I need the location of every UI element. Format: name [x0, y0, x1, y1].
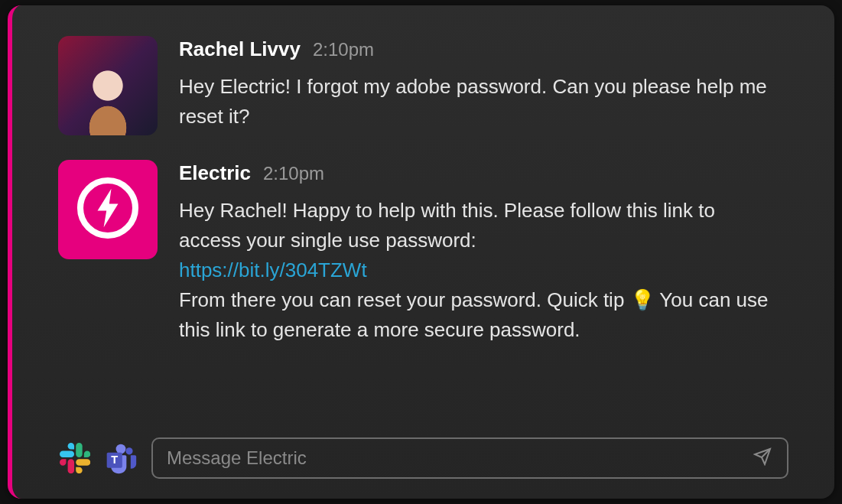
- message-input[interactable]: [167, 447, 743, 469]
- message-text: From there you can reset your password. …: [179, 288, 630, 311]
- message-text: Hey Rachel! Happy to help with this. Ple…: [179, 199, 715, 252]
- composer-row: T: [58, 437, 788, 483]
- user-avatar[interactable]: [58, 36, 158, 135]
- bot-avatar[interactable]: [58, 160, 158, 259]
- message-header: Electric 2:10pm: [179, 161, 788, 185]
- password-reset-link[interactable]: https://bit.ly/304TZWt: [179, 259, 367, 281]
- slack-icon[interactable]: [58, 441, 92, 475]
- message-timestamp: 2:10pm: [313, 39, 374, 60]
- send-button[interactable]: [752, 447, 773, 469]
- chat-window: Rachel Livvy 2:10pm Hey Electric! I forg…: [8, 5, 834, 499]
- message-body: Hey Rachel! Happy to help with this. Ple…: [179, 196, 775, 345]
- message-timestamp: 2:10pm: [263, 163, 324, 184]
- sender-name[interactable]: Electric: [179, 161, 251, 185]
- svg-point-1: [125, 447, 132, 454]
- teams-icon[interactable]: T: [104, 441, 138, 475]
- lightbulb-icon: 💡: [630, 285, 655, 315]
- message-header: Rachel Livvy 2:10pm: [179, 37, 788, 61]
- messages-list: Rachel Livvy 2:10pm Hey Electric! I forg…: [58, 36, 788, 437]
- message-composer[interactable]: [151, 437, 788, 479]
- svg-point-2: [116, 444, 126, 454]
- message-content: Electric 2:10pm Hey Rachel! Happy to hel…: [179, 160, 788, 345]
- message-content: Rachel Livvy 2:10pm Hey Electric! I forg…: [179, 36, 788, 132]
- svg-text:T: T: [111, 454, 118, 466]
- electric-bolt-icon: [73, 174, 142, 245]
- message-item: Rachel Livvy 2:10pm Hey Electric! I forg…: [58, 36, 788, 135]
- send-icon: [753, 447, 772, 469]
- integration-icons: T: [58, 441, 138, 475]
- message-item: Electric 2:10pm Hey Rachel! Happy to hel…: [58, 160, 788, 345]
- sender-name[interactable]: Rachel Livvy: [179, 37, 301, 61]
- message-body: Hey Electric! I forgot my adobe password…: [179, 72, 775, 132]
